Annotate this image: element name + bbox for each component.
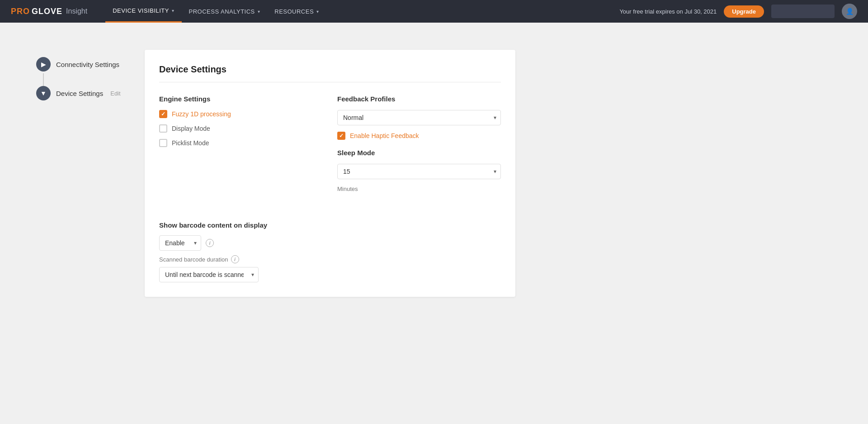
sleep-mode-select[interactable]: 5 10 15 20 30 60 (337, 164, 501, 179)
main-nav: DEVICE VISIBILITY ▾ PROCESS ANALYTICS ▾ … (105, 0, 619, 23)
engine-settings-section: Engine Settings Fuzzy 1D processing Disp… (159, 95, 323, 192)
card-title: Device Settings (159, 64, 501, 82)
device-step-edit[interactable]: Edit (110, 90, 120, 97)
duration-select[interactable]: Until next barcode is scanned 1 second 2… (159, 267, 259, 282)
chevron-down-icon: ▾ (316, 9, 319, 14)
barcode-enable-select[interactable]: Enable Disable (159, 235, 201, 251)
sleep-mode-unit: Minutes (337, 186, 501, 192)
logo: PROGLOVE Insight (11, 7, 87, 16)
logo-insight: Insight (66, 7, 87, 15)
connectivity-step-label: Connectivity Settings (56, 61, 119, 68)
barcode-display-section: Show barcode content on display Enable D… (159, 221, 501, 282)
picklist-mode-row: Picklist Mode (159, 139, 323, 147)
nav-label-resources: RESOURCES (274, 8, 314, 15)
info-icon[interactable]: i (206, 239, 214, 247)
feedback-profiles-title: Feedback Profiles (337, 95, 501, 103)
nav-item-process-analytics[interactable]: PROCESS ANALYTICS ▾ (182, 0, 268, 23)
logo-glove: GLOVE (32, 7, 62, 16)
haptic-feedback-label[interactable]: Enable Haptic Feedback (350, 132, 419, 139)
barcode-enable-row: Enable Disable ▾ i (159, 235, 501, 251)
step-device: ▼ Device Settings Edit (36, 79, 127, 108)
feedback-profile-select[interactable]: Normal Silent Loud (337, 110, 501, 125)
feedback-profile-select-wrapper: Normal Silent Loud ▾ (337, 110, 501, 125)
fuzzy-1d-label[interactable]: Fuzzy 1D processing (172, 110, 231, 118)
picklist-mode-label[interactable]: Picklist Mode (172, 139, 209, 147)
duration-info-icon[interactable]: i (231, 255, 239, 263)
sidebar: ▶ Connectivity Settings ▼ Device Setting… (36, 41, 127, 406)
chevron-down-icon: ▾ (258, 9, 260, 14)
trial-text: Your free trial expires on Jul 30, 2021 (619, 8, 717, 15)
haptic-feedback-row: Enable Haptic Feedback (337, 132, 501, 140)
sleep-mode-select-wrapper: 5 10 15 20 30 60 ▾ (337, 164, 501, 179)
fuzzy-1d-row: Fuzzy 1D processing (159, 110, 323, 118)
header-right: Your free trial expires on Jul 30, 2021 … (619, 4, 857, 19)
fuzzy-1d-checkbox[interactable] (159, 110, 167, 118)
upgrade-button[interactable]: Upgrade (724, 5, 764, 18)
display-mode-row: Display Mode (159, 124, 323, 133)
barcode-enable-select-wrapper: Enable Disable ▾ (159, 235, 201, 251)
barcode-display-title: Show barcode content on display (159, 221, 501, 229)
chevron-down-icon: ▼ (40, 90, 47, 97)
duration-label: Scanned barcode duration i (159, 255, 501, 263)
nav-label-process-analytics: PROCESS ANALYTICS (189, 8, 255, 15)
chevron-down-icon: ▾ (172, 8, 175, 13)
search-input[interactable] (771, 5, 835, 18)
nav-item-resources[interactable]: RESOURCES ▾ (267, 0, 326, 23)
nav-label-device-visibility: DEVICE VISIBILITY (113, 7, 169, 14)
picklist-mode-checkbox[interactable] (159, 139, 167, 147)
connectivity-step-circle[interactable]: ▶ (36, 57, 51, 71)
avatar-icon: 👤 (846, 8, 854, 15)
sleep-mode-title: Sleep Mode (337, 149, 501, 157)
device-step-circle[interactable]: ▼ (36, 86, 51, 100)
page-body: ▶ Connectivity Settings ▼ Device Setting… (0, 23, 868, 424)
duration-label-text: Scanned barcode duration (159, 256, 228, 263)
settings-grid: Engine Settings Fuzzy 1D processing Disp… (159, 95, 501, 282)
nav-item-device-visibility[interactable]: DEVICE VISIBILITY ▾ (105, 0, 181, 23)
logo-pro: PRO (11, 7, 30, 16)
avatar[interactable]: 👤 (842, 4, 857, 19)
device-settings-card: Device Settings Engine Settings Fuzzy 1D… (145, 50, 515, 297)
sleep-mode-section: Sleep Mode 5 10 15 20 30 60 ▾ (337, 149, 501, 192)
duration-select-wrapper: Until next barcode is scanned 1 second 2… (159, 267, 259, 282)
feedback-profiles-section: Feedback Profiles Normal Silent Loud ▾ E… (337, 95, 501, 192)
engine-settings-title: Engine Settings (159, 95, 323, 103)
chevron-right-icon: ▶ (41, 61, 46, 68)
header: PROGLOVE Insight DEVICE VISIBILITY ▾ PRO… (0, 0, 868, 23)
device-step-label: Device Settings (56, 90, 103, 97)
display-mode-checkbox[interactable] (159, 124, 167, 133)
haptic-feedback-checkbox[interactable] (337, 132, 345, 140)
step-connectivity: ▶ Connectivity Settings (36, 50, 127, 79)
main-content: Device Settings Engine Settings Fuzzy 1D… (127, 41, 868, 406)
display-mode-label[interactable]: Display Mode (172, 125, 210, 132)
